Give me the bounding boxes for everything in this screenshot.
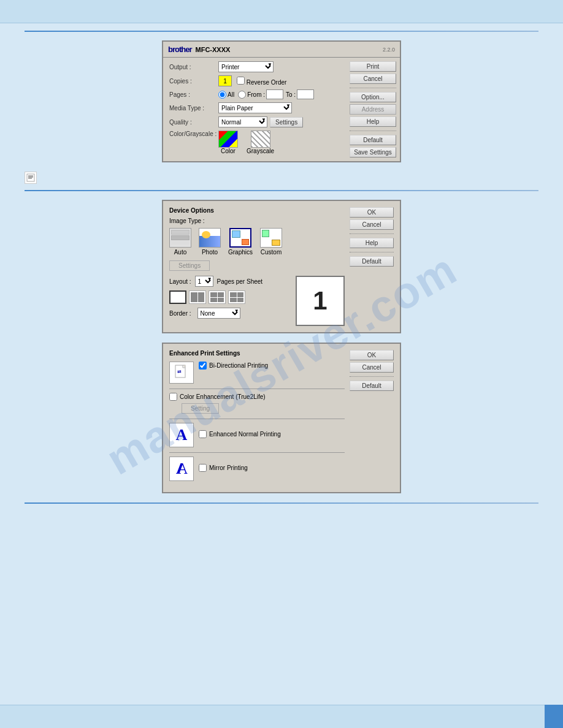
- save-settings-button[interactable]: Save Settings: [350, 147, 396, 157]
- color-option[interactable]: Color: [218, 131, 238, 154]
- photo-label: Photo: [202, 249, 218, 256]
- output-select-wrapper[interactable]: Printer: [218, 61, 274, 72]
- pages-all-label: All: [228, 91, 234, 98]
- pages-to-input[interactable]: [297, 89, 314, 99]
- color-grayscale-row: Color/Grayscale : Color Grayscale: [169, 131, 340, 154]
- note-icon: [25, 172, 37, 184]
- mirror-printing-label: Mirror Printing: [209, 464, 248, 471]
- border-select[interactable]: None: [197, 308, 240, 319]
- media-type-select[interactable]: Plain Paper: [218, 102, 292, 113]
- layout-thumb-9[interactable]: [228, 290, 245, 304]
- device-options-dialog-section: Device Options Image Type :: [25, 200, 538, 333]
- device-cancel-button[interactable]: Cancel: [350, 219, 394, 230]
- pages-from-radio[interactable]: [238, 91, 246, 99]
- color-enhancement-checkbox[interactable]: [169, 393, 177, 401]
- mirror-printing-checkbox[interactable]: [199, 464, 207, 472]
- print-dialog-section: brother MFC-XXXX 2.2.0 Output :: [25, 40, 538, 162]
- settings-button[interactable]: Settings: [270, 117, 303, 127]
- default-button[interactable]: Default: [350, 135, 396, 145]
- bottom-bar: [0, 705, 563, 728]
- reverse-order-checkbox[interactable]: [237, 77, 245, 85]
- grayscale-icon: [251, 131, 270, 148]
- help-button[interactable]: Help: [350, 116, 396, 127]
- enhanced-normal-label: Enhanced Normal Printing: [209, 431, 281, 438]
- auto-icon: [169, 228, 191, 248]
- custom-type-item[interactable]: Custom: [260, 228, 282, 256]
- print-dialog-body: Output : Printer Copies :: [162, 57, 401, 162]
- color-icon: [218, 131, 238, 148]
- brother-brand: brother: [168, 45, 192, 54]
- layout-row: Layout : 1 Pages per Sheet: [169, 276, 291, 287]
- output-select[interactable]: Printer: [218, 61, 274, 72]
- settings-btn-row: Settings: [169, 260, 345, 271]
- grayscale-option[interactable]: Grayscale: [247, 131, 274, 154]
- device-settings-button: Settings: [169, 260, 210, 271]
- enhanced-normal-section: A Enhanced Normal Printing: [169, 423, 345, 453]
- bi-directional-section: ⇄ Bi-Directional Printing: [169, 362, 345, 389]
- pencil-note-icon: [26, 173, 35, 182]
- graphics-icon: [229, 228, 251, 248]
- device-ok-button[interactable]: OK: [350, 207, 394, 218]
- grayscale-label: Grayscale: [247, 148, 274, 154]
- photo-type-item[interactable]: Photo: [199, 228, 221, 256]
- mirror-printing-icon: A: [169, 457, 194, 481]
- brother-logo-area: brother MFC-XXXX: [168, 45, 230, 54]
- auto-type-item[interactable]: Auto: [169, 228, 191, 256]
- print-dialog-left: Output : Printer Copies :: [163, 58, 346, 161]
- pages-to-label: To :: [286, 91, 296, 98]
- print-dialog-header: brother MFC-XXXX 2.2.0: [162, 40, 401, 57]
- layout-select[interactable]: 1: [195, 276, 213, 287]
- border-row: Border : None: [169, 308, 291, 319]
- enhanced-title: Enhanced Print Settings: [169, 350, 345, 357]
- image-type-icons: Auto Photo: [169, 228, 345, 256]
- enhanced-left: Enhanced Print Settings ⇄: [169, 350, 345, 486]
- option-button[interactable]: Option...: [350, 92, 396, 102]
- layout-thumb-1[interactable]: [169, 290, 186, 304]
- bi-directional-checkbox[interactable]: [199, 362, 207, 370]
- copies-label: Copies :: [169, 78, 218, 85]
- quality-select[interactable]: Normal: [218, 116, 267, 127]
- copies-row: Copies : Reverse Order: [169, 75, 340, 86]
- border-label: Border :: [169, 310, 191, 317]
- color-label: Color: [221, 148, 236, 154]
- enhanced-cancel-button[interactable]: Cancel: [350, 362, 394, 373]
- graphics-type-item[interactable]: Graphics: [228, 228, 253, 256]
- bottom-separator: [25, 502, 538, 504]
- cancel-button[interactable]: Cancel: [350, 74, 396, 84]
- color-grayscale-label: Color/Grayscale :: [169, 131, 218, 137]
- layout-thumb-2[interactable]: [189, 290, 206, 304]
- device-options-right: OK Cancel Help Default: [345, 207, 394, 326]
- print-dialog-right: Print Cancel Option... Address Help Defa…: [346, 58, 400, 161]
- pages-all-radio[interactable]: [218, 91, 226, 99]
- svg-rect-0: [27, 174, 34, 181]
- auto-label: Auto: [174, 249, 187, 256]
- color-enhancement-label: Color Enhancement (True2Life): [180, 393, 266, 400]
- custom-label: Custom: [261, 249, 282, 256]
- image-type-label: Image Type :: [169, 218, 345, 224]
- pages-per-sheet-label: Pages per Sheet: [217, 278, 263, 285]
- print-button[interactable]: Print: [350, 61, 396, 72]
- media-type-label: Media Type :: [169, 105, 218, 112]
- enhanced-default-button[interactable]: Default: [350, 381, 394, 391]
- layout-section: Layout : 1 Pages per Sheet: [169, 276, 345, 326]
- pages-from-label: From :: [247, 91, 265, 98]
- pages-radio-group: All From : To :: [218, 89, 314, 99]
- layout-controls: Layout : 1 Pages per Sheet: [169, 276, 291, 319]
- graphics-label: Graphics: [228, 249, 253, 256]
- device-default-button[interactable]: Default: [350, 256, 394, 267]
- device-options-title: Device Options: [169, 207, 345, 214]
- device-help-button[interactable]: Help: [350, 238, 394, 248]
- model-name: MFC-XXXX: [196, 46, 231, 53]
- pages-from-input[interactable]: [266, 89, 283, 99]
- copies-input[interactable]: [218, 75, 232, 86]
- quality-row: Quality : Normal Settings: [169, 116, 340, 127]
- enhanced-right: OK Cancel Default: [345, 350, 394, 486]
- enhanced-normal-checkbox[interactable]: [199, 430, 207, 438]
- color-enhancement-section: Color Enhancement (True2Life) Setting: [169, 393, 345, 419]
- note-section: [25, 172, 538, 184]
- layout-thumb-4[interactable]: [209, 290, 226, 304]
- enhanced-ok-button[interactable]: OK: [350, 350, 394, 360]
- bottom-right-tab: [545, 705, 563, 728]
- quality-label: Quality :: [169, 119, 218, 126]
- color-grayscale-options: Color Grayscale: [218, 131, 274, 154]
